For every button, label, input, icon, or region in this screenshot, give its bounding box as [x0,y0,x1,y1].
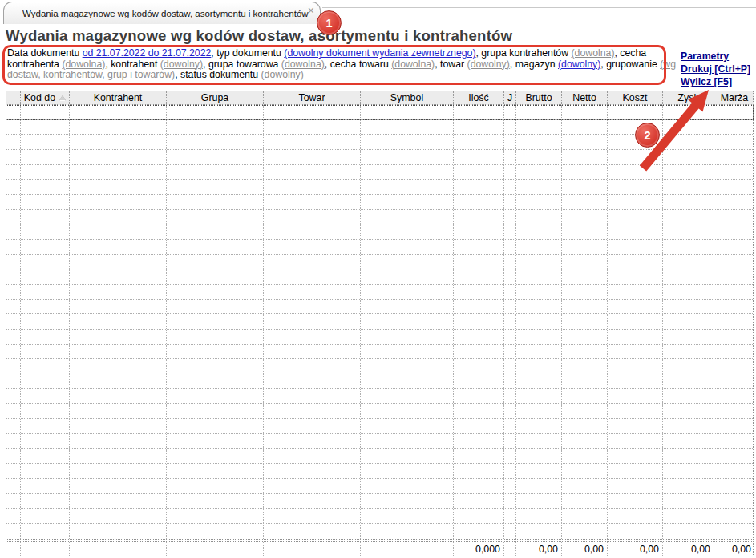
table-row[interactable] [6,195,753,210]
table-cell [21,524,70,539]
table-cell [504,389,516,403]
table-cell [608,150,663,164]
table-row[interactable] [6,419,753,435]
column-header-symbol[interactable]: Symbol [361,91,454,104]
parameter-link[interactable]: (dowolny) [160,59,203,70]
column-header-j[interactable]: J [504,91,516,104]
table-row[interactable] [6,180,753,195]
table-cell [608,180,663,194]
table-cell [663,240,714,254]
table-row[interactable] [6,240,753,255]
column-header-ilość[interactable]: Ilość [454,91,504,104]
table-cell [608,255,663,269]
report-tab[interactable]: Wydania magazynowe wg kodów dostaw, asor… [3,2,321,24]
table-cell [21,300,70,314]
table-row[interactable] [6,359,753,374]
table-cell [608,434,663,448]
table-row[interactable] [6,105,753,120]
table-row[interactable] [6,389,753,404]
table-cell [663,464,714,479]
parameter-link[interactable]: (dowolna) [571,47,614,59]
parameter-link[interactable]: (dowolna) [281,59,325,70]
table-cell [361,224,454,239]
column-header-netto[interactable]: Netto [562,91,608,104]
table-row[interactable] [6,165,753,180]
table-cell [6,105,21,119]
table-cell [70,449,167,463]
table-cell [562,419,608,434]
column-header-kod do[interactable]: Kod do [21,91,70,104]
column-header-label: Grupa [201,92,228,103]
table-row[interactable] [6,150,753,165]
column-header-label: Ilość [468,92,488,103]
column-header-brutto[interactable]: Brutto [516,91,562,104]
table-cell [608,330,663,344]
total-blank [6,542,21,556]
parameter-link[interactable]: (dowolny) [467,59,510,70]
column-header-blank[interactable] [6,91,21,104]
table-row[interactable] [6,479,753,494]
table-row[interactable] [6,374,753,390]
table-cell [714,479,754,493]
table-row[interactable] [6,224,753,240]
table-cell [608,479,663,493]
column-header-marża[interactable]: Marża [714,91,754,104]
table-row[interactable] [6,509,753,524]
table-cell [70,165,167,180]
action-link-drukuj-ctrl-p[interactable]: Drukuj [Ctrl+P] [681,63,750,75]
close-icon[interactable]: × [308,5,314,16]
table-cell [70,120,167,135]
table-row[interactable] [6,464,753,479]
table-cell [361,165,454,180]
table-row[interactable] [6,524,753,539]
table-cell [6,330,21,344]
table-cell [714,374,754,389]
table-cell [70,224,167,239]
parameter-link[interactable]: (wg [660,59,676,70]
parameter-link[interactable]: (dowolny) [558,59,600,70]
column-header-koszt[interactable]: Koszt [608,91,663,104]
table-cell [70,464,167,479]
parameter-link[interactable]: (dowolna) [62,59,105,70]
table-cell [167,419,264,434]
table-row[interactable] [6,300,753,315]
table-row[interactable] [6,285,753,300]
table-row[interactable] [6,255,753,270]
table-cell [70,434,167,448]
table-row[interactable] [6,494,753,509]
table-row[interactable] [6,314,753,330]
column-header-towar[interactable]: Towar [264,91,361,104]
column-header-grupa[interactable]: Grupa [167,91,264,104]
table-row[interactable] [6,345,753,360]
table-cell [6,434,21,448]
table-row[interactable] [6,269,753,285]
table-cell [70,524,167,539]
parameter-link[interactable]: (dowolny dokument wydania zewnetrznego) [284,47,475,59]
table-row[interactable] [6,434,753,449]
table-cell [562,434,608,448]
column-header-label: Brutto [525,92,552,103]
table-row[interactable] [6,210,753,225]
table-cell [562,479,608,493]
table-cell [516,524,562,539]
table-cell [454,180,504,194]
parameter-link[interactable]: dostaw, kontrahentów, grup i towarów) [7,69,175,80]
parameter-link[interactable]: od 21.07.2022 do 21.07.2022 [83,47,212,59]
parameter-link[interactable]: (dowolna) [391,59,435,70]
table-cell [21,330,70,344]
table-cell [516,330,562,344]
table-cell [70,150,167,164]
table-cell [663,494,714,508]
table-row[interactable] [6,330,753,345]
table-row[interactable] [6,449,753,464]
action-link-parametry[interactable]: Parametry [681,50,750,63]
action-link-wylicz-f5[interactable]: Wylicz [F5] [681,75,750,88]
column-header-label: Marża [721,92,748,103]
column-header-kontrahent[interactable]: Kontrahent [70,91,167,104]
table-cell [361,389,454,403]
column-header-zysk[interactable]: Zysk [663,91,714,104]
table-row[interactable] [6,404,753,419]
parameter-link[interactable]: (dowolny) [261,69,304,80]
table-cell [504,524,516,539]
total-towar [264,542,361,556]
